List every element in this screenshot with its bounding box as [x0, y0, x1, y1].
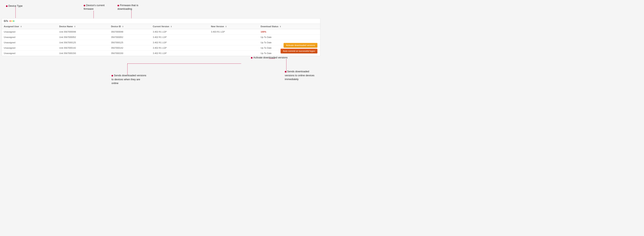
sort-icon-device-name[interactable]: ⇕: [74, 26, 76, 28]
cell-current-version: 3.402 R1 LGP: [151, 40, 209, 45]
table-row: Unassigned Unit 3567000052 3567000052 3.…: [2, 35, 320, 40]
cell-new-version: [209, 51, 258, 56]
table-row: Unassigned Unit 3567000150 3567000150 3.…: [2, 51, 320, 56]
cell-device-id: 3567000142: [109, 45, 151, 51]
cell-download-status: 100%: [259, 29, 320, 35]
col-download-status[interactable]: Download Status ⇕: [259, 24, 320, 29]
cell-device-id: 3567000048: [109, 29, 151, 35]
cell-assigned-user: Unassigned: [2, 40, 57, 45]
annotation-sends-online: Sends downloaded versions to devices whe…: [112, 74, 146, 85]
cell-device-id: 3567000150: [109, 51, 151, 56]
activate-button[interactable]: Activate downloaded versions: [284, 43, 318, 48]
cell-assigned-user: Unassigned: [2, 45, 57, 51]
table-header-row: Assigned User ⇕ Device Name ⇕ Device ID …: [2, 24, 320, 29]
cell-device-name: Unit 3567000052: [57, 35, 109, 40]
sort-icon-assigned-user[interactable]: ⇕: [20, 26, 22, 28]
firmware-table: Assigned User ⇕ Device Name ⇕ Device ID …: [2, 24, 320, 56]
dot-yellow: [11, 20, 12, 22]
col-device-id[interactable]: Device ID ⇕: [109, 24, 151, 29]
cell-device-name: Unit 3567000142: [57, 45, 109, 51]
auto-commit-button[interactable]: Auto commit on successful logon: [280, 49, 318, 53]
cell-device-id: 3567000052: [109, 35, 151, 40]
cell-current-version: 3.402 R1 LGP: [151, 35, 209, 40]
annotation-device-type: Device Type: [6, 4, 22, 7]
sort-icon-device-id[interactable]: ⇕: [122, 26, 124, 28]
cell-new-version: [209, 45, 258, 51]
cell-assigned-user: Unassigned: [2, 51, 57, 56]
tab-dots: [10, 20, 14, 22]
cell-new-version: 3.403 R1 LGP: [209, 29, 258, 35]
table-row: Unassigned Unit 3567000125 3567000125 3.…: [2, 40, 320, 45]
col-assigned-user[interactable]: Assigned User ⇕: [2, 24, 57, 29]
cell-download-status: Up To Date: [259, 35, 320, 40]
annotation-activate: Activate downloaded versions: [251, 56, 288, 59]
cell-current-version: 3.402 R1 LGP: [151, 45, 209, 51]
col-new-version[interactable]: New Version ⇕: [209, 24, 258, 29]
cell-device-name: Unit 3567000125: [57, 40, 109, 45]
sort-icon-download-status[interactable]: ⇕: [280, 26, 281, 28]
table-row: Unassigned Unit 3567000142 3567000142 3.…: [2, 45, 320, 51]
dot-green: [13, 20, 14, 22]
cell-assigned-user: Unassigned: [2, 29, 57, 35]
table-container: G7c Assigned User ⇕ Device Name ⇕ Device…: [2, 18, 320, 56]
sort-icon-current-version[interactable]: ⇕: [170, 26, 172, 28]
dot-red: [10, 20, 11, 22]
cell-device-name: Unit 3567000048: [57, 29, 109, 35]
cell-device-id: 3567000125: [109, 40, 151, 45]
tab-label[interactable]: G7c: [4, 20, 8, 22]
buttons-area: Activate downloaded versions Auto commit…: [280, 43, 318, 53]
cell-new-version: [209, 40, 258, 45]
cell-device-name: Unit 3567000150: [57, 51, 109, 56]
cell-new-version: [209, 35, 258, 40]
tab-row: G7c: [2, 18, 320, 24]
sort-icon-new-version[interactable]: ⇕: [225, 26, 227, 28]
annotation-firmware-downloading: Firmware that is downloading: [118, 3, 149, 11]
annotation-current-firmware: Device's current firmware: [84, 3, 112, 11]
table-row: Unassigned Unit 3567000048 3567000048 3.…: [2, 29, 320, 35]
cell-current-version: 3.402 R1 LGP: [151, 51, 209, 56]
cell-current-version: 3.402 R1 LGP: [151, 29, 209, 35]
col-device-name[interactable]: Device Name ⇕: [57, 24, 109, 29]
col-current-version[interactable]: Current Version ⇕: [151, 24, 209, 29]
cell-assigned-user: Unassigned: [2, 35, 57, 40]
annotation-sends-immediately: Sends downloaded versions to online devi…: [285, 70, 318, 81]
